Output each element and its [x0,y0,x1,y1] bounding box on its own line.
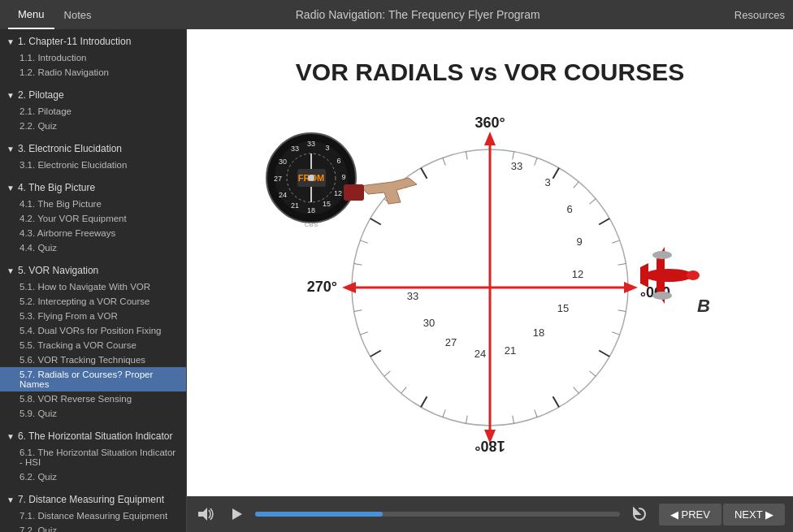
header: Menu Notes Radio Navigation: The Frequen… [0,0,793,29]
sidebar-chapter-7: ▼ 7. Distance Measuring Equipment 7.1. D… [0,487,186,532]
tab-menu[interactable]: Menu [8,0,54,29]
progress-bar[interactable] [255,512,620,517]
svg-line-17 [618,263,626,265]
svg-line-13 [535,158,537,165]
sidebar-item-5-7[interactable]: 5.7. Radials or Courses? Proper Names [0,367,186,391]
svg-line-14 [574,181,578,188]
sidebar-chapter-1: ▼ 1. Chapter-11 Introduction 1.1. Introd… [0,29,186,83]
svg-text:33: 33 [307,140,315,148]
header-tab-group: Menu Notes [8,0,102,29]
svg-line-1 [553,167,560,178]
svg-line-30 [354,263,362,265]
svg-point-48 [644,269,693,282]
sidebar-item-3-1[interactable]: 3.1. Electronic Elucidation [0,158,186,172]
svg-line-29 [354,309,362,311]
sidebar-chapter-4: ▼ 4. The Big Picture 4.1. The Big Pictur… [0,175,186,258]
sidebar-item-4-2[interactable]: 4.2. Your VOR Equipment [0,211,186,226]
sidebar-chapter-5: ▼ 5. VOR Navigation 5.1. How to Navigate… [0,258,186,424]
volume-button[interactable] [195,504,218,524]
chapter-1-arrow: ▼ [6,37,15,46]
prev-button[interactable]: ◀ PREV [659,504,722,526]
svg-line-25 [443,409,445,417]
sidebar-item-1-1[interactable]: 1.1. Introduction [0,50,186,65]
sidebar-item-6-2[interactable]: 6.2. Quiz [0,469,186,484]
sidebar-item-4-3[interactable]: 4.3. Airborne Freeways [0,226,186,240]
play-button[interactable] [226,504,247,525]
sidebar-item-1-2[interactable]: 1.2. Radio Navigation [0,65,186,80]
slide-svg: VOR RADIALS vs VOR COURSES [189,36,791,491]
svg-text:18: 18 [533,327,544,339]
svg-line-19 [612,331,619,334]
svg-text:15: 15 [323,200,331,208]
sidebar-item-7-2[interactable]: 7.2. Quiz [0,523,186,532]
sidebar-item-5-9[interactable]: 5.9. Quiz [0,406,186,421]
chapter-2-header[interactable]: ▼ 2. Pilotage [0,86,186,104]
chapter-2-arrow: ▼ [6,91,15,100]
sidebar-item-5-8[interactable]: 5.8. VOR Reverse Sensing [0,391,186,406]
main-layout: ▼ 1. Chapter-11 Introduction 1.1. Introd… [0,29,793,532]
svg-text:9: 9 [576,236,582,248]
svg-line-22 [535,409,537,417]
chapter-2-label: 2. Pilotage [18,89,64,101]
chapter-1-header[interactable]: ▼ 1. Chapter-11 Introduction [0,32,186,50]
sidebar-item-5-4[interactable]: 5.4. Dual VORs for Position Fixing [0,323,186,338]
svg-text:12: 12 [334,189,342,197]
refresh-icon [631,506,648,522]
chapter-5-label: 5. VOR Navigation [18,265,98,276]
chapter-4-arrow: ▼ [6,184,15,192]
svg-text:21: 21 [505,344,516,357]
svg-line-11 [421,167,427,178]
refresh-button[interactable] [628,503,651,526]
sidebar-item-5-5[interactable]: 5.5. Tracking a VOR Course [0,338,186,353]
svg-text:6: 6 [566,203,572,215]
sidebar-item-7-1[interactable]: 7.1. Distance Measuring Equipment [0,508,186,523]
resources-button[interactable]: Resources [734,9,785,21]
sidebar-item-4-4[interactable]: 4.4. Quiz [0,240,186,255]
sidebar-chapter-2: ▼ 2. Pilotage 2.1. Pilotage 2.2. Quiz [0,83,186,136]
sidebar-item-6-1[interactable]: 6.1. The Horizontal Situation Indicator … [0,445,186,469]
svg-line-8 [370,350,381,357]
sidebar-item-5-1[interactable]: 5.1. How to Navigate With VOR [0,279,186,294]
svg-line-26 [401,387,406,393]
sidebar-item-4-1[interactable]: 4.1. The Big Picture [0,197,186,211]
nav-buttons: ◀ PREV NEXT ▶ [659,504,785,526]
svg-line-35 [466,151,467,159]
svg-text:27: 27 [445,336,457,348]
next-button[interactable]: NEXT ▶ [723,504,785,526]
sidebar-item-2-1[interactable]: 2.1. Pilotage [0,104,186,119]
chapter-4-header[interactable]: ▼ 4. The Big Picture [0,179,186,197]
play-icon [229,507,244,521]
chapter-7-header[interactable]: ▼ 7. Distance Measuring Equipment [0,491,186,508]
slide-area: VOR RADIALS vs VOR COURSES [187,29,793,496]
content-area: VOR RADIALS vs VOR COURSES [187,29,793,532]
sidebar-item-5-3[interactable]: 5.3. Flying From a VOR [0,309,186,323]
b-label: B [697,296,710,316]
svg-point-52 [652,251,672,259]
svg-point-51 [687,270,700,280]
sidebar-item-2-2[interactable]: 2.2. Quiz [0,119,186,133]
svg-line-16 [612,240,619,242]
svg-rect-74 [344,184,364,201]
progress-fill [255,512,383,517]
chapter-6-arrow: ▼ [6,432,15,441]
sidebar-item-5-6[interactable]: 5.6. VOR Tracking Techniques [0,353,186,367]
chapter-6-header[interactable]: ▼ 6. The Horizontal Situation Indicator [0,427,186,445]
svg-text:33: 33 [407,290,418,302]
chapter-7-label: 7. Distance Measuring Equipment [18,494,164,505]
chapter-5-header[interactable]: ▼ 5. VOR Navigation [0,262,186,279]
svg-line-31 [360,240,367,242]
control-bar: ◀ PREV NEXT ▶ [187,496,793,532]
svg-text:18: 18 [307,206,315,214]
tab-notes[interactable]: Notes [54,0,102,29]
svg-text:12: 12 [572,268,583,280]
chapter-3-header[interactable]: ▼ 3. Electronic Elucidation [0,140,186,158]
svg-text:15: 15 [557,302,569,314]
east-arrow [624,282,638,293]
svg-text:24: 24 [474,348,486,360]
north-label: 360° [474,115,505,131]
sidebar-item-5-2[interactable]: 5.2. Intercepting a VOR Course [0,294,186,309]
svg-line-27 [384,370,391,375]
svg-text:33: 33 [511,160,522,172]
svg-line-12 [513,151,514,159]
svg-marker-76 [232,508,242,520]
